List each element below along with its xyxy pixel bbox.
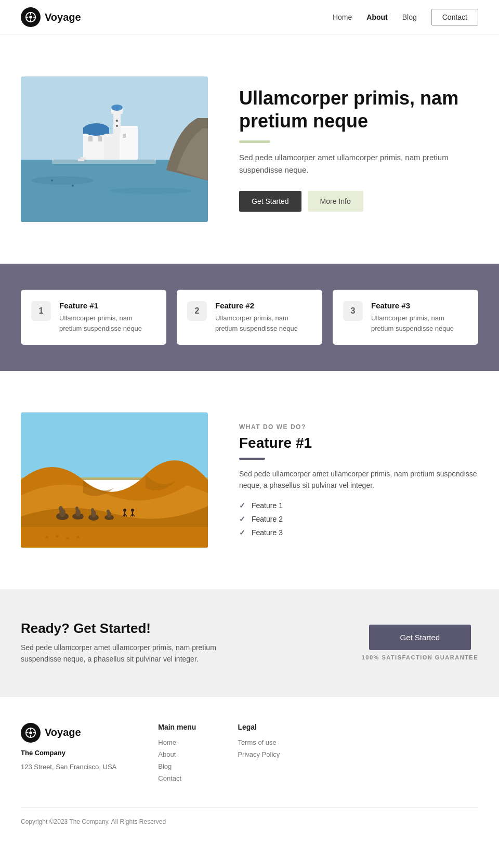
check-icon-3: ✓ bbox=[239, 528, 245, 537]
svg-rect-12 bbox=[120, 126, 138, 160]
cta-left: Ready? Get Started! Sed pede ullamcorper… bbox=[21, 620, 239, 665]
footer: Voyage The Company 123 Street, San Franc… bbox=[0, 696, 499, 841]
svg-point-63 bbox=[45, 536, 48, 538]
svg-rect-33 bbox=[65, 514, 67, 519]
check-icon-2: ✓ bbox=[239, 515, 245, 523]
svg-point-48 bbox=[91, 508, 94, 512]
feature-card-content-2: Feature #2 Ullamcorper primis, nam preti… bbox=[215, 301, 312, 333]
nav-link-blog[interactable]: Blog bbox=[402, 13, 417, 21]
get-started-button[interactable]: Get Started bbox=[239, 191, 301, 212]
feature-card-2: 2 Feature #2 Ullamcorper primis, nam pre… bbox=[177, 290, 322, 345]
svg-rect-39 bbox=[81, 514, 83, 519]
cta-get-started-button[interactable]: Get Started bbox=[369, 625, 471, 650]
what-text: WHAT DO WE DO? Feature #1 Sed pede ullam… bbox=[239, 423, 478, 537]
footer-bottom: Copyright ©2023 The Company. All Rights … bbox=[21, 807, 478, 825]
feature-card-content-3: Feature #3 Ullamcorper primis, nam preti… bbox=[371, 301, 468, 333]
footer-logo-text: Voyage bbox=[45, 727, 81, 739]
feature-number-3: 3 bbox=[343, 301, 363, 321]
footer-nav-legal-heading: Legal bbox=[238, 723, 280, 731]
svg-point-8 bbox=[31, 176, 94, 185]
svg-point-54 bbox=[107, 510, 110, 513]
svg-point-66 bbox=[76, 536, 80, 538]
footer-link-terms[interactable]: Terms of use bbox=[238, 739, 280, 746]
list-item-label-1: Feature 1 bbox=[252, 501, 283, 510]
what-description: Sed pede ullamcorper amet ullamcorper pr… bbox=[239, 468, 478, 491]
svg-point-65 bbox=[66, 537, 69, 539]
svg-point-36 bbox=[59, 506, 63, 511]
footer-logo-svg bbox=[25, 727, 36, 739]
list-item-1: ✓ Feature 1 bbox=[239, 501, 478, 510]
hero-illustration bbox=[21, 76, 208, 222]
svg-point-9 bbox=[109, 188, 192, 194]
svg-point-21 bbox=[116, 120, 118, 122]
feature-card-content-1: Feature #1 Ullamcorper primis, nam preti… bbox=[59, 301, 156, 333]
feature-card-desc-3: Ullamcorper primis, nam pretium suspendi… bbox=[371, 313, 468, 333]
feature-card-title-3: Feature #3 bbox=[371, 301, 468, 310]
features-grid: 1 Feature #1 Ullamcorper primis, nam pre… bbox=[21, 290, 478, 345]
hero-image bbox=[21, 76, 208, 222]
logo-text: Voyage bbox=[45, 11, 81, 23]
footer-nav-main: Main menu Home About Blog Contact bbox=[158, 723, 196, 786]
footer-link-about[interactable]: About bbox=[158, 750, 196, 758]
cta-description: Sed pede ullamcorper amet ullamcorper pr… bbox=[21, 642, 239, 665]
navbar: Voyage Home About Blog Contact bbox=[0, 0, 499, 35]
nav-links: Home About Blog Contact bbox=[333, 9, 478, 25]
more-info-button[interactable]: More Info bbox=[308, 191, 363, 212]
hero-title: Ullamcorper primis, nam pretium neque bbox=[239, 87, 478, 132]
list-item-3: ✓ Feature 3 bbox=[239, 528, 478, 537]
feature-list: ✓ Feature 1 ✓ Feature 2 ✓ Feature 3 bbox=[239, 501, 478, 537]
footer-company-name: The Company bbox=[21, 749, 116, 757]
what-image bbox=[21, 412, 208, 548]
svg-rect-45 bbox=[96, 515, 97, 520]
what-divider bbox=[239, 458, 265, 460]
svg-point-59 bbox=[131, 509, 134, 512]
svg-point-55 bbox=[123, 509, 126, 512]
logo-icon bbox=[21, 7, 41, 27]
footer-link-home[interactable]: Home bbox=[158, 739, 196, 746]
list-item-2: ✓ Feature 2 bbox=[239, 515, 478, 523]
hero-section: Ullamcorper primis, nam pretium neque Se… bbox=[0, 35, 499, 264]
svg-rect-30 bbox=[21, 527, 208, 548]
footer-nav-legal: Legal Terms of use Privacy Policy bbox=[238, 723, 280, 786]
footer-top: Voyage The Company 123 Street, San Franc… bbox=[21, 723, 478, 786]
what-title: Feature #1 bbox=[239, 435, 478, 451]
feature-card-desc-2: Ullamcorper primis, nam pretium suspendi… bbox=[215, 313, 312, 333]
svg-rect-51 bbox=[111, 515, 113, 520]
desert-illustration bbox=[21, 412, 208, 548]
logo-svg bbox=[25, 11, 36, 23]
feature-card-title-2: Feature #2 bbox=[215, 301, 312, 310]
footer-link-blog[interactable]: Blog bbox=[158, 762, 196, 770]
hero-description: Sed pede ullamcorper amet ullamcorper pr… bbox=[239, 151, 478, 176]
feature-number-2: 2 bbox=[187, 301, 207, 321]
footer-copyright: Copyright ©2023 The Company. All Rights … bbox=[21, 818, 478, 825]
svg-rect-20 bbox=[123, 134, 126, 138]
svg-point-1 bbox=[29, 16, 32, 19]
svg-rect-18 bbox=[88, 136, 93, 141]
footer-company-address: 123 Street, San Francisco, USA bbox=[21, 763, 116, 771]
footer-nav-main-heading: Main menu bbox=[158, 723, 196, 731]
svg-rect-53 bbox=[108, 512, 110, 517]
what-section: WHAT DO WE DO? Feature #1 Sed pede ullam… bbox=[0, 371, 499, 589]
list-item-label-2: Feature 2 bbox=[252, 515, 283, 523]
feature-card-title-1: Feature #1 bbox=[59, 301, 156, 310]
cta-section: Ready? Get Started! Sed pede ullamcorper… bbox=[0, 589, 499, 696]
footer-link-contact[interactable]: Contact bbox=[158, 774, 196, 782]
nav-link-home[interactable]: Home bbox=[333, 13, 352, 21]
cta-title: Ready? Get Started! bbox=[21, 620, 239, 637]
footer-logo-icon bbox=[21, 723, 41, 743]
what-eyebrow: WHAT DO WE DO? bbox=[239, 423, 478, 431]
feature-card-desc-1: Ullamcorper primis, nam pretium suspendi… bbox=[59, 313, 156, 333]
nav-logo[interactable]: Voyage bbox=[21, 7, 81, 27]
hero-divider bbox=[239, 140, 270, 143]
footer-link-privacy[interactable]: Privacy Policy bbox=[238, 750, 280, 758]
feature-card-1: 1 Feature #1 Ullamcorper primis, nam pre… bbox=[21, 290, 166, 345]
svg-rect-25 bbox=[52, 160, 156, 164]
svg-rect-19 bbox=[98, 136, 102, 141]
nav-contact-button[interactable]: Contact bbox=[431, 9, 478, 25]
nav-link-about[interactable]: About bbox=[366, 13, 387, 21]
hero-buttons: Get Started More Info bbox=[239, 191, 478, 212]
svg-point-26 bbox=[51, 179, 53, 182]
svg-rect-14 bbox=[83, 127, 109, 134]
cta-guarantee: 100% SATISFACTION GUARANTEE bbox=[362, 654, 478, 660]
cta-right: Get Started 100% SATISFACTION GUARANTEE bbox=[362, 625, 478, 660]
